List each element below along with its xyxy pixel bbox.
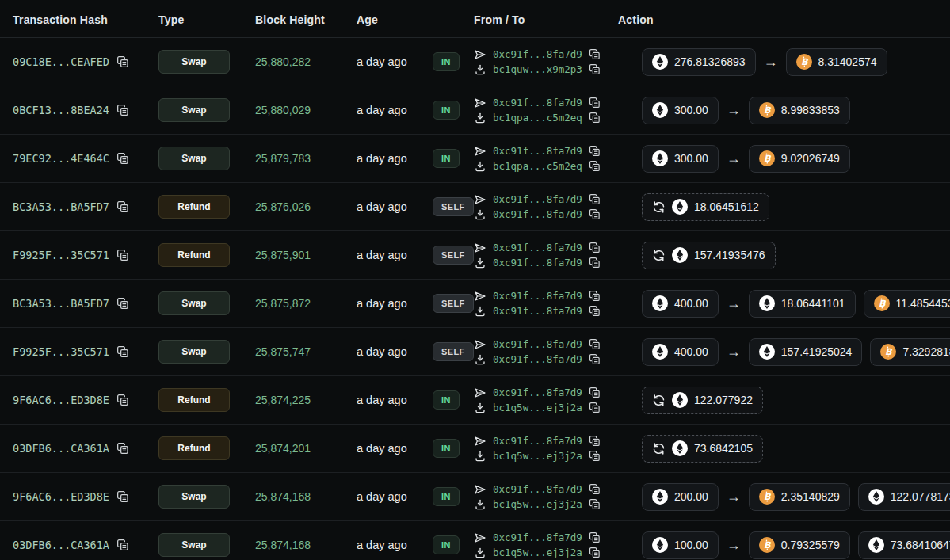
to-address-link[interactable]: bc1q5w...ej3j2a [493,402,582,413]
arrow-right-icon: → [727,489,741,505]
transaction-hash-link[interactable]: F9925F...35C571 [13,345,109,358]
copy-icon[interactable] [116,345,129,358]
copy-icon[interactable] [589,483,601,495]
age-text: a day ago [357,55,433,68]
copy-icon[interactable] [116,104,129,116]
block-height-link[interactable]: 25,875,901 [255,249,311,261]
age-text: a day ago [357,442,433,455]
send-icon [474,435,486,448]
copy-icon[interactable] [589,242,601,253]
transaction-hash-link[interactable]: 9F6AC6...ED3D8E [13,490,109,503]
block-height-cell: 25,874,168 [255,490,357,504]
copy-icon[interactable] [589,97,601,109]
from-address-link[interactable]: 0xc91f...8fa7d9 [493,338,582,350]
header-action: Action [618,13,950,26]
to-address-link[interactable]: bc1q5w...ej3j2a [493,450,582,462]
to-address-link[interactable]: 0xc91f...8fa7d9 [493,208,582,220]
table-row: 9F6AC6...ED3D8ERefund25,874,225a day ago… [0,376,950,425]
table-body: 09C18E...CEAFEDSwap25,880,282a day agoIN… [0,38,950,560]
copy-icon[interactable] [589,160,601,172]
from-address-link[interactable]: 0xc91f...8fa7d9 [493,387,582,398]
transaction-hash-link[interactable]: 03DFB6...CA361A [13,539,109,551]
copy-icon[interactable] [116,442,129,455]
copy-icon[interactable] [589,112,601,124]
arrow-right-icon: → [727,150,741,167]
copy-icon[interactable] [589,531,601,543]
copy-icon[interactable] [589,63,601,75]
copy-icon[interactable] [589,290,601,302]
copy-icon[interactable] [589,48,601,60]
transaction-hash-cell: 09C18E...CEAFED [13,55,158,68]
from-address-link[interactable]: 0xc91f...8fa7d9 [493,97,582,109]
copy-icon[interactable] [589,257,601,269]
copy-icon[interactable] [589,402,601,413]
block-height-link[interactable]: 25,874,168 [255,490,311,503]
from-address-link[interactable]: 0xc91f...8fa7d9 [493,531,582,543]
block-height-link[interactable]: 25,875,872 [255,297,311,310]
copy-icon[interactable] [589,145,601,157]
copy-icon[interactable] [116,200,129,213]
from-address-link[interactable]: 0xc91f...8fa7d9 [493,145,582,157]
block-height-link[interactable]: 25,880,282 [255,55,311,68]
transaction-hash-link[interactable]: F9925F...35C571 [13,249,109,261]
transaction-hash-link[interactable]: BC3A53...BA5FD7 [13,297,109,310]
block-height-link[interactable]: 25,875,747 [255,345,311,358]
transaction-hash-link[interactable]: BC3A53...BA5FD7 [13,200,109,213]
to-address-link[interactable]: bc1qpa...c5m2eq [493,112,582,124]
to-address-link[interactable]: bc1q5w...ej3j2a [493,498,582,510]
svg-text:B: B [764,492,772,502]
to-address-link[interactable]: 0xc91f...8fa7d9 [493,353,582,365]
copy-icon[interactable] [116,394,129,406]
transaction-hash-link[interactable]: 9F6AC6...ED3D8E [13,394,109,406]
transaction-hash-link[interactable]: 03DFB6...CA361A [13,442,109,455]
block-height-link[interactable]: 25,879,783 [255,152,311,165]
block-height-link[interactable]: 25,874,201 [255,442,311,455]
copy-icon[interactable] [589,353,601,365]
block-height-link[interactable]: 25,874,168 [255,539,311,551]
block-height-link[interactable]: 25,874,225 [255,394,311,406]
table-row: 0BCF13...8BEA24Swap25,880,029a day agoIN… [0,86,950,135]
to-address-link[interactable]: bc1qpa...c5m2eq [493,160,582,172]
from-address-link[interactable]: 0xc91f...8fa7d9 [493,242,582,253]
copy-icon[interactable] [116,152,129,165]
transaction-hash-link[interactable]: 0BCF13...8BEA24 [13,104,109,116]
type-cell: Swap [158,340,255,364]
copy-icon[interactable] [589,208,601,220]
to-address-link[interactable]: 0xc91f...8fa7d9 [493,257,582,269]
copy-icon[interactable] [116,297,129,310]
copy-icon[interactable] [116,539,129,551]
copy-icon[interactable] [116,490,129,503]
direction-cell: IN [433,101,474,120]
type-cell: Refund [158,243,255,267]
block-height-cell: 25,875,872 [255,296,357,310]
receive-icon [474,450,486,463]
to-address-link[interactable]: bc1q5w...ej3j2a [493,547,582,558]
copy-icon[interactable] [589,387,601,398]
copy-icon[interactable] [589,435,601,447]
from-address-link[interactable]: 0xc91f...8fa7d9 [493,48,582,60]
transaction-hash-link[interactable]: 09C18E...CEAFED [13,55,109,68]
direction-badge: SELF [433,294,474,313]
copy-icon[interactable] [589,547,601,558]
send-icon [474,338,486,351]
block-height-link[interactable]: 25,876,026 [255,200,311,213]
copy-icon[interactable] [589,193,601,205]
from-to-cell: 0xc91f...8fa7d90xc91f...8fa7d9 [474,187,618,227]
block-height-link[interactable]: 25,880,029 [255,104,311,116]
type-cell: Swap [158,98,255,122]
copy-icon[interactable] [589,498,601,510]
copy-icon[interactable] [589,338,601,350]
transaction-hash-link[interactable]: 79EC92...4E464C [13,152,109,165]
block-height-cell: 25,875,747 [255,345,357,359]
to-address-link[interactable]: 0xc91f...8fa7d9 [493,305,582,317]
from-address-link[interactable]: 0xc91f...8fa7d9 [493,483,582,495]
copy-icon[interactable] [589,450,601,462]
copy-icon[interactable] [116,55,129,68]
eth-icon [672,247,688,263]
to-address-link[interactable]: bc1quw...x9m2p3 [493,63,582,75]
from-address-link[interactable]: 0xc91f...8fa7d9 [493,193,582,205]
from-address-link[interactable]: 0xc91f...8fa7d9 [493,290,582,302]
copy-icon[interactable] [116,249,129,261]
from-address-link[interactable]: 0xc91f...8fa7d9 [493,435,582,447]
copy-icon[interactable] [589,305,601,317]
